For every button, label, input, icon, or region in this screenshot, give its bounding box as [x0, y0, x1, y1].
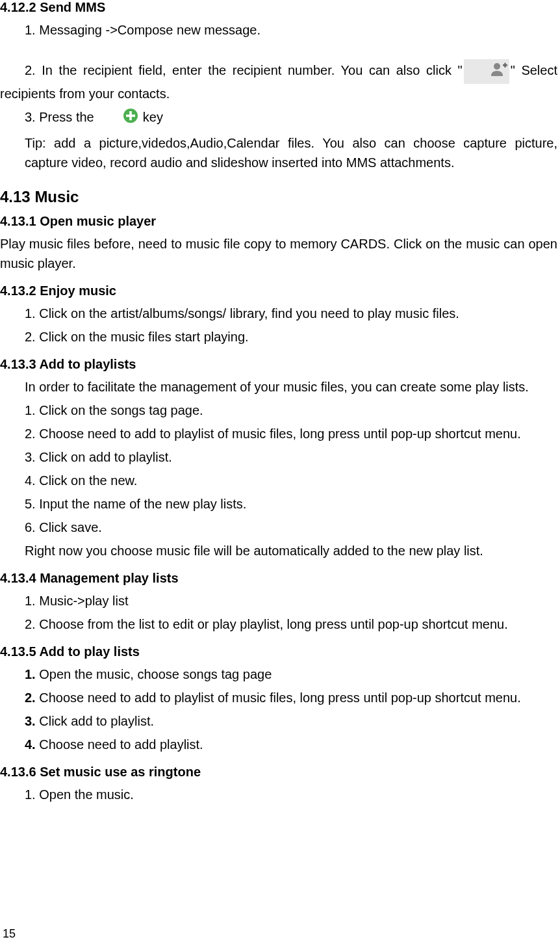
step-text: 1. Click on the artist/albums/songs/ lib…: [0, 304, 557, 323]
step-text: 5. Input the name of the new play lists.: [0, 494, 557, 514]
text-segment: 3. Press the: [25, 110, 97, 124]
step-text: 2. Choose need to add to playlist of mus…: [0, 688, 557, 707]
step-text: 3. Press the key: [0, 107, 557, 129]
plus-circle-icon: [97, 107, 139, 129]
step-body: Open the music, choose songs tag page: [39, 667, 272, 681]
body-text: Play music files before, need to music f…: [0, 234, 557, 273]
step-text: 1. Open the music.: [0, 785, 557, 804]
page-content: 4.12.2 Send MMS 1. Messaging ->Compose n…: [0, 0, 560, 804]
step-body: Choose need to add playlist.: [39, 737, 203, 752]
heading-4-13-5: 4.13.5 Add to play lists: [0, 644, 557, 659]
text-segment: key: [139, 110, 163, 124]
step-text: 2. Click on the music files start playin…: [0, 327, 557, 347]
step-text: 1. Music->play list: [0, 591, 557, 611]
step-text: 3. Click add to playlist.: [0, 711, 557, 731]
step-text: 1. Click on the songs tag page.: [0, 401, 557, 420]
step-text: 6. Click save.: [0, 518, 557, 537]
page-number: 15: [3, 927, 16, 941]
step-text: 1. Messaging ->Compose new message.: [0, 20, 557, 40]
heading-4-13-6: 4.13.6 Set music use as ringtone: [0, 765, 557, 780]
note-text: Right now you choose music file will be …: [0, 541, 557, 560]
step-text: 3. Click on add to playlist.: [0, 447, 557, 467]
step-body: Click add to playlist.: [39, 714, 154, 728]
step-text: 2. In the recipient field, enter the rec…: [0, 59, 557, 103]
heading-4-13-1: 4.13.1 Open music player: [0, 214, 557, 229]
heading-4-13-3: 4.13.3 Add to playlists: [0, 357, 557, 372]
step-number: 4.: [25, 737, 39, 752]
text-segment: 2. In the recipient field, enter the rec…: [25, 63, 463, 77]
heading-4-13-2: 4.13.2 Enjoy music: [0, 283, 557, 298]
svg-rect-6: [126, 114, 135, 117]
step-text: 4. Choose need to add playlist.: [0, 735, 557, 754]
step-number: 3.: [25, 714, 39, 728]
add-contact-icon: [464, 59, 509, 84]
heading-4-13: 4.13 Music: [0, 188, 557, 206]
heading-4-12-2: 4.12.2 Send MMS: [0, 0, 557, 15]
step-number: 2.: [25, 690, 39, 705]
step-number: 1.: [25, 667, 39, 681]
document-page: 4.12.2 Send MMS 1. Messaging ->Compose n…: [0, 0, 560, 946]
svg-rect-3: [504, 63, 506, 68]
step-text: 2. Choose from the list to edit or play …: [0, 614, 557, 634]
step-text: 1. Open the music, choose songs tag page: [0, 664, 557, 684]
intro-text: In order to facilitate the management of…: [0, 377, 557, 397]
step-text: 2. Choose need to add to playlist of mus…: [0, 424, 557, 443]
heading-4-13-4: 4.13.4 Management play lists: [0, 571, 557, 586]
step-text: 4. Click on the new.: [0, 471, 557, 490]
blank-line: [0, 44, 557, 59]
step-body: Choose need to add to playlist of music …: [39, 690, 521, 705]
svg-point-1: [494, 63, 500, 70]
tip-text: Tip: add a picture,videdos,Audio,Calenda…: [0, 133, 557, 172]
